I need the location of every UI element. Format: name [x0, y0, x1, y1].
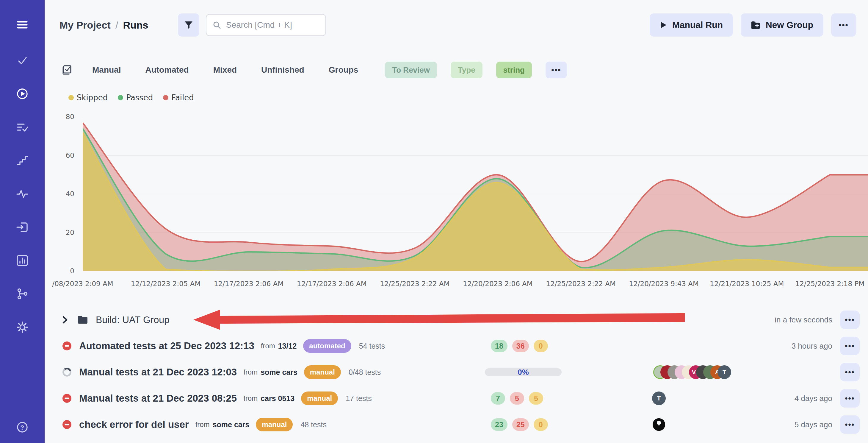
run-row[interactable]: check error for del user from some cars … — [44, 411, 868, 438]
search-input[interactable] — [225, 20, 319, 30]
from-label: from — [195, 420, 210, 429]
failed-badge: 25 — [512, 418, 529, 431]
bar-chart-icon[interactable] — [14, 253, 30, 269]
run-source: some cars — [260, 368, 298, 377]
legend-skipped-label: Skipped — [77, 93, 108, 102]
y-tick-label: 0 — [70, 267, 74, 275]
tab-manual[interactable]: Manual — [92, 65, 121, 75]
help-icon[interactable]: ? — [14, 419, 30, 435]
failed-badge: 36 — [512, 340, 529, 352]
chip-string[interactable]: string — [496, 62, 532, 78]
avatar: T — [652, 391, 666, 405]
tests-count: 48 tests — [301, 420, 327, 429]
row-more-button[interactable]: ••• — [840, 363, 860, 381]
skipped-dot-icon — [68, 95, 74, 100]
search-icon — [212, 21, 221, 29]
row-more-button[interactable]: ••• — [840, 337, 860, 355]
x-tick-label: 12/20/2023 9:43 AM — [629, 280, 699, 288]
run-source: some cars — [213, 420, 250, 429]
row-more-button[interactable]: ••• — [840, 415, 860, 434]
row-more-button[interactable]: ••• — [840, 389, 860, 408]
steps-icon[interactable] — [14, 152, 30, 169]
runs-list: Build: UAT Group in a few seconds ••• Au… — [44, 307, 868, 438]
run-row[interactable]: Automated tests at 25 Dec 2023 12:13 fro… — [44, 333, 868, 359]
manual-run-button[interactable]: Manual Run — [650, 13, 733, 37]
run-type-badge: manual — [301, 391, 338, 405]
y-tick-label: 60 — [66, 151, 74, 159]
funnel-icon — [184, 20, 194, 30]
failed-dot-icon — [163, 95, 168, 100]
gear-icon[interactable] — [14, 319, 30, 335]
chevron-right-icon[interactable] — [62, 315, 68, 324]
legend-passed: Passed — [118, 93, 153, 102]
group-title: Build: UAT Group — [96, 315, 169, 325]
new-group-label: New Group — [766, 20, 813, 30]
run-source: cars 0513 — [260, 394, 294, 403]
x-tick-label: 12/12/2023 2:05 AM — [131, 280, 200, 288]
header-more-button[interactable]: ••• — [831, 13, 856, 37]
user-avatar-icon — [652, 418, 666, 432]
sign-in-icon[interactable] — [14, 219, 30, 235]
chart-plot-area — [83, 117, 868, 271]
select-all-icon[interactable] — [61, 64, 73, 76]
ellipsis-icon: ••• — [551, 65, 561, 75]
tests-count: 17 tests — [346, 394, 372, 403]
breadcrumb-project[interactable]: My Project — [60, 19, 111, 31]
chart-legend: Skipped Passed Failed — [68, 93, 194, 102]
result-badges: 18 36 0 — [491, 340, 548, 352]
tab-automated[interactable]: Automated — [145, 65, 189, 75]
tab-mixed[interactable]: Mixed — [213, 65, 237, 75]
checkmark-icon[interactable] — [14, 52, 30, 68]
tab-unfinished[interactable]: Unfinished — [261, 65, 304, 75]
filter-tabs-row: Manual Automated Mixed Unfinished Groups… — [61, 60, 567, 80]
group-right-zone: in a few seconds ••• — [775, 307, 860, 333]
run-row[interactable]: Manual tests at 21 Dec 2023 08:25 from c… — [44, 385, 868, 411]
group-row[interactable]: Build: UAT Group in a few seconds ••• — [44, 307, 868, 333]
menu-icon[interactable] — [14, 17, 30, 33]
breadcrumb: My Project / Runs — [60, 13, 148, 37]
run-time: 5 days ago — [795, 420, 832, 429]
activity-icon[interactable] — [14, 186, 30, 202]
search-box — [206, 14, 326, 36]
from-label: from — [243, 394, 258, 403]
breadcrumb-section: Runs — [123, 19, 148, 31]
skipped-badge: 5 — [529, 392, 543, 405]
sidebar-nav — [14, 52, 30, 353]
run-row[interactable]: Manual tests at 21 Dec 2023 12:03 from s… — [44, 359, 868, 385]
branch-icon[interactable] — [14, 286, 30, 302]
y-tick-label: 40 — [66, 190, 74, 198]
run-type-badge: manual — [304, 365, 341, 379]
progress-value: 0% — [518, 368, 529, 377]
run-right-zone: 3 hours ago ••• — [792, 333, 860, 359]
run-right-zone: ••• — [840, 359, 860, 385]
filter-button[interactable] — [178, 13, 199, 37]
chart-y-axis: 806040200 — [44, 117, 78, 271]
row-more-button[interactable]: ••• — [840, 311, 860, 329]
chips-more-button[interactable]: ••• — [546, 62, 567, 78]
manual-run-label: Manual Run — [672, 20, 723, 30]
ellipsis-icon: ••• — [845, 316, 855, 324]
failed-status-icon — [62, 420, 71, 429]
playlist-check-icon[interactable] — [14, 119, 30, 135]
run-title: check error for del user — [79, 419, 189, 430]
assignee-avatars: VAAT — [653, 365, 731, 379]
ellipsis-icon: ••• — [845, 342, 855, 350]
run-title: Automated tests at 25 Dec 2023 12:13 — [79, 340, 254, 352]
passed-badge: 18 — [491, 340, 507, 352]
tab-groups[interactable]: Groups — [329, 65, 359, 75]
failed-status-icon — [62, 394, 71, 403]
sidebar: ? — [0, 0, 44, 443]
x-tick-label: 12/20/2023 2:06 AM — [463, 280, 532, 288]
progress-bar: 0% — [485, 368, 562, 376]
new-group-button[interactable]: New Group — [741, 13, 824, 37]
ellipsis-icon: ••• — [845, 421, 855, 429]
result-badges: 23 25 0 — [491, 418, 548, 431]
run-title: Manual tests at 21 Dec 2023 08:25 — [79, 393, 237, 404]
x-tick-label: 12/25/2023 2:22 AM — [380, 280, 450, 288]
legend-skipped: Skipped — [68, 93, 108, 102]
chip-to-review[interactable]: To Review — [385, 62, 437, 78]
play-circle-icon[interactable] — [14, 86, 30, 102]
folder-icon — [78, 315, 88, 324]
chip-type[interactable]: Type — [451, 62, 483, 78]
area-chart — [83, 117, 868, 271]
